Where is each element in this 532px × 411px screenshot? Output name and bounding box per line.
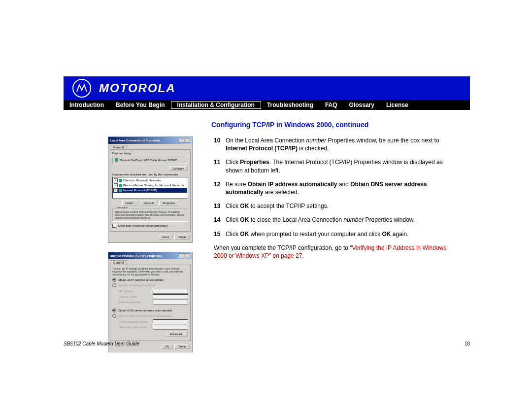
step-text: Click Properties. The Internet Protocol … [226, 158, 460, 174]
screenshot-tcpip-properties: Internet Protocol (TCP/IP) Properties Ge… [108, 252, 193, 352]
step-number: 13 [214, 202, 226, 210]
brand-banner: MOTOROLA [64, 76, 470, 100]
ss2-tab-general: General [110, 260, 127, 265]
step-row: 15Click OK when prompted to restart your… [214, 230, 460, 238]
ss1-item-1: File and Printer Sharing for Microsoft N… [123, 184, 184, 187]
ss1-desc-label: Description [115, 206, 129, 209]
ss2-r4: Use the following DNS server addresses: [118, 314, 171, 317]
ss1-taskbar-cb: Show icon in taskbar when connected [118, 224, 167, 227]
nav-installation-configuration[interactable]: Installation & Configuration [171, 101, 261, 109]
step-text: Click OK to accept the TCP/IP settings. [226, 202, 460, 210]
ss1-item-0: Client for Microsoft Networks [123, 179, 161, 182]
ss2-titlebar: Internet Protocol (TCP/IP) Properties [108, 252, 192, 259]
ss1-connect-label: Connect using: [112, 152, 188, 155]
checkbox-icon [114, 178, 118, 182]
nav-faq[interactable]: FAQ [319, 100, 343, 110]
step-row: 14Click OK to close the Local Area Conne… [214, 216, 460, 224]
ss1-listbox: Client for Microsoft Networks File and P… [112, 177, 188, 199]
ss2-gw-input [153, 300, 188, 305]
ss2-dns1-label: Preferred DNS server: [119, 320, 148, 323]
motorola-logo-icon [72, 79, 91, 98]
checkbox-icon [114, 183, 118, 187]
step-text: Click OK when prompted to restart your c… [226, 230, 460, 238]
ss2-intro: You can get IP settings assigned automat… [112, 267, 188, 276]
step-number: 10 [214, 137, 226, 144]
footer-guide-name: SB5102 Cable Modem User Guide [64, 341, 139, 346]
adapter-icon [115, 158, 118, 162]
ss2-r1: Obtain an IP address automatically [118, 278, 164, 281]
final-pre: When you complete the TCP/IP configurati… [214, 244, 350, 251]
page-footer: SB5102 Cable Modem User Guide 18 [64, 341, 470, 346]
radio-icon [112, 278, 116, 282]
component-icon [119, 184, 122, 187]
ss1-components-label: Components checked are used by this conn… [112, 173, 188, 176]
checkbox-icon [112, 224, 116, 228]
screenshot-lan-properties: Local Area Connection 2 Properties Gener… [108, 137, 193, 243]
step-number: 11 [214, 158, 226, 166]
step-row: 12Be sure Obtain IP address automaticall… [214, 180, 460, 196]
ss2-ip-label: IP address: [119, 290, 134, 293]
nav-license[interactable]: License [380, 100, 414, 110]
radio-icon [112, 314, 116, 318]
ss2-ip-input [153, 289, 188, 294]
component-icon [119, 189, 122, 192]
ss2-gw-label: Default gateway: [119, 301, 141, 304]
step-text: Click OK to close the Local Area Connect… [226, 216, 460, 224]
ss1-properties-btn: Properties [159, 201, 178, 206]
ss1-desc-text: Transmission Control Protocol/Internet P… [115, 210, 184, 219]
step-number: 15 [214, 230, 226, 238]
radio-icon [112, 308, 116, 312]
nav-glossary[interactable]: Glossary [343, 100, 380, 110]
step-text: Be sure Obtain IP address automatically … [226, 180, 460, 196]
nav-troubleshooting[interactable]: Troubleshooting [261, 100, 319, 110]
ss2-mask-input [153, 294, 188, 299]
step-row: 11Click Properties. The Internet Protoco… [214, 158, 460, 174]
ss1-title: Local Area Connection 2 Properties [110, 139, 160, 142]
nav-bar: Introduction Before You Begin Installati… [64, 100, 470, 110]
step-text: On the Local Area Connection number Prop… [226, 137, 460, 152]
nav-introduction[interactable]: Introduction [64, 100, 110, 110]
component-icon [119, 179, 122, 182]
step-number: 12 [214, 180, 226, 188]
footer-page-number: 18 [465, 341, 470, 346]
section-title: Configuring TCP/IP in Windows 2000, cont… [211, 121, 470, 129]
ss1-tab-general: General [110, 145, 127, 149]
final-post: . [302, 252, 303, 259]
nav-before-you-begin[interactable]: Before You Begin [110, 100, 171, 110]
ss1-adapter: Motorola SurfBoard USB Cable Modem SB510… [120, 159, 177, 162]
ss2-r3: Obtain DNS server address automatically [118, 309, 172, 312]
ss2-r2: Use the following IP address: [118, 284, 156, 287]
ss1-configure-btn: Configure [169, 166, 188, 171]
document-page: MOTOROLA Introduction Before You Begin I… [64, 76, 470, 361]
window-buttons-icon [179, 138, 190, 143]
step-row: 10On the Local Area Connection number Pr… [214, 137, 460, 152]
final-paragraph: When you complete the TCP/IP configurati… [214, 244, 460, 260]
ss1-uninstall-btn: Uninstall [140, 201, 157, 206]
brand-name: MOTOROLA [99, 81, 176, 95]
ss2-dns2-input [153, 325, 188, 330]
ss1-cancel-btn: Cancel [174, 235, 190, 240]
ss2-dns1-input [153, 319, 188, 324]
ss1-item-2: Internet Protocol (TCP/IP) [123, 189, 157, 192]
ss2-dns2-label: Alternate DNS server: [119, 326, 148, 329]
ss1-close-btn: Close [159, 235, 172, 240]
ss2-mask-label: Subnet mask: [119, 295, 137, 298]
step-number: 14 [214, 216, 226, 224]
screenshots-column: Local Area Connection 2 Properties Gener… [108, 137, 204, 361]
step-row: 13Click OK to accept the TCP/IP settings… [214, 202, 460, 210]
checkbox-icon [114, 188, 118, 192]
ss2-advanced-btn: Advanced... [166, 332, 188, 337]
ss1-description: Description Transmission Control Protoco… [112, 208, 188, 222]
radio-icon [112, 283, 116, 287]
ss1-install-btn: Install... [122, 201, 138, 206]
ss1-titlebar: Local Area Connection 2 Properties [108, 137, 192, 144]
ss2-title: Internet Protocol (TCP/IP) Properties [110, 254, 162, 257]
steps-column: 10On the Local Area Connection number Pr… [214, 137, 460, 260]
window-buttons-icon [179, 253, 190, 258]
content-area: Local Area Connection 2 Properties Gener… [64, 137, 470, 361]
